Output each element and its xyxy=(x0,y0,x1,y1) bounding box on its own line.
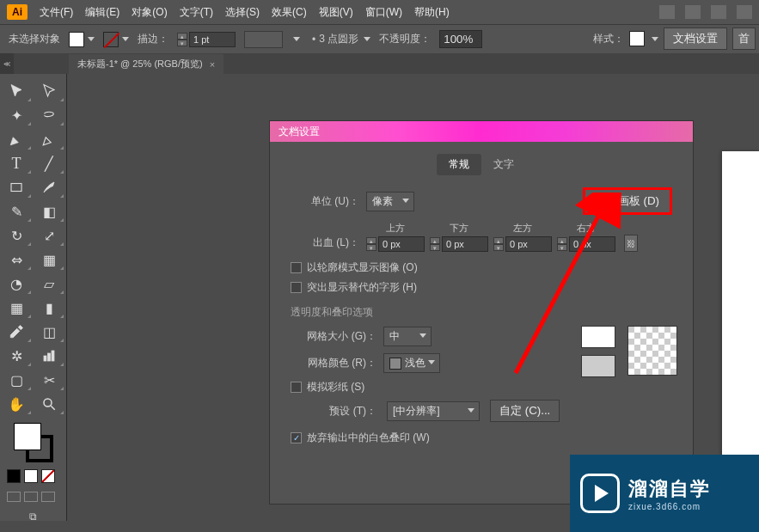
menu-effect[interactable]: 效果(C) xyxy=(272,5,307,20)
grid-size-select[interactable]: 中 xyxy=(383,327,432,346)
menu-type[interactable]: 文字(T) xyxy=(180,5,213,20)
color-mode-icon[interactable] xyxy=(7,469,21,483)
shaper-tool[interactable]: ✎ xyxy=(0,199,33,223)
paintbrush-tool[interactable] xyxy=(33,175,65,199)
link-bleed-icon[interactable]: ⛓ xyxy=(624,235,638,252)
bleed-bottom-label: 下方 xyxy=(450,222,468,235)
opacity-input[interactable] xyxy=(439,30,482,48)
bleed-left-label: 左方 xyxy=(513,222,532,235)
stroke-weight-input[interactable]: ▴▾ xyxy=(177,32,236,47)
screen-mode-icon[interactable]: ⧉ xyxy=(0,511,66,523)
bleed-right-label: 右方 xyxy=(577,222,596,235)
pen-tool[interactable] xyxy=(0,127,33,151)
direct-selection-tool[interactable] xyxy=(33,79,65,103)
perspective-tool[interactable]: ▱ xyxy=(33,272,65,296)
type-tool[interactable]: T xyxy=(0,151,33,175)
stock-icon[interactable] xyxy=(685,5,701,19)
fill-swatch[interactable] xyxy=(69,32,84,47)
unit-label: 单位 (U)： xyxy=(291,194,359,209)
document-setup-button[interactable]: 文档设置 xyxy=(664,28,727,50)
arrange-icon[interactable] xyxy=(711,5,726,19)
unit-select[interactable]: 像素 xyxy=(366,192,414,211)
menu-object[interactable]: 对象(O) xyxy=(132,5,167,20)
scale-tool[interactable]: ⤢ xyxy=(33,223,65,248)
simulate-paper-checkbox[interactable] xyxy=(291,382,302,393)
tab-general[interactable]: 常规 xyxy=(437,154,481,175)
highlight-glyphs-checkbox[interactable] xyxy=(291,282,302,293)
bleed-top-label: 上方 xyxy=(386,222,405,235)
bleed-bottom-input[interactable]: ▴▾ xyxy=(430,236,488,252)
artboard-tool[interactable]: ▢ xyxy=(0,368,33,392)
blend-tool[interactable]: ◫ xyxy=(33,320,65,344)
document-setup-dialog: 文档设置 常规 文字 单位 (U)： 像素 编辑画板 (D) 出血 (L)： 上… xyxy=(269,120,694,504)
watermark: 溜溜自学 zixue.3d66.com xyxy=(570,455,759,532)
edit-artboard-button[interactable]: 编辑画板 (D) xyxy=(583,187,672,215)
transparency-preview xyxy=(627,326,677,376)
menu-window[interactable]: 窗口(W) xyxy=(365,5,402,20)
workspace-icon[interactable] xyxy=(659,5,675,19)
stroke-swatch[interactable] xyxy=(103,32,119,47)
line-tool[interactable]: ╱ xyxy=(33,151,65,175)
selection-tool[interactable] xyxy=(0,79,33,103)
custom-preset-button[interactable]: 自定 (C)... xyxy=(490,400,560,422)
panel-collapse-icon[interactable]: ≪ xyxy=(0,53,14,74)
grid-color-select[interactable]: 浅色 xyxy=(383,353,440,373)
play-icon xyxy=(580,474,620,513)
style-swatch[interactable] xyxy=(629,31,645,46)
bleed-left-input[interactable]: ▴▾ xyxy=(493,236,552,252)
style-label: 样式： xyxy=(593,32,624,46)
transparency-section-title: 透明度和叠印选项 xyxy=(291,305,672,320)
close-tab-icon[interactable]: × xyxy=(210,59,215,70)
mesh-tool[interactable]: ▦ xyxy=(0,296,33,320)
hand-tool[interactable]: ✋ xyxy=(0,392,33,416)
menu-edit[interactable]: 编辑(E) xyxy=(85,5,119,20)
grid-preview-light xyxy=(581,326,615,348)
variable-width-profile[interactable] xyxy=(244,31,283,48)
draw-normal-icon[interactable] xyxy=(7,492,21,502)
free-transform-tool[interactable]: ▦ xyxy=(33,248,65,272)
watermark-title: 溜溜自学 xyxy=(628,476,711,502)
document-tab[interactable]: 未标题-1* @ 25% (RGB/预览) × xyxy=(69,54,223,74)
preset-select[interactable]: [中分辨率] xyxy=(387,401,480,421)
opacity-label: 不透明度： xyxy=(379,32,431,46)
slice-tool[interactable]: ✂ xyxy=(33,368,65,392)
zoom-tool[interactable] xyxy=(33,392,65,416)
menu-file[interactable]: 文件(F) xyxy=(40,5,73,20)
discard-white-checkbox[interactable]: ✓ xyxy=(291,432,302,443)
menu-help[interactable]: 帮助(H) xyxy=(414,5,450,20)
column-graph-tool[interactable] xyxy=(33,344,65,368)
gradient-mode-icon[interactable] xyxy=(24,469,38,483)
magic-wand-tool[interactable]: ✦ xyxy=(0,103,33,127)
bleed-top-input[interactable]: ▴▾ xyxy=(366,236,425,252)
document-tabs: 未标题-1* @ 25% (RGB/预览) × xyxy=(0,53,759,74)
brush-def-label[interactable]: 3 点圆形 xyxy=(319,32,358,46)
svg-rect-3 xyxy=(52,351,54,361)
draw-inside-icon[interactable] xyxy=(41,492,55,502)
lasso-tool[interactable] xyxy=(33,103,65,127)
eyedropper-tool[interactable] xyxy=(0,320,33,344)
none-mode-icon[interactable] xyxy=(41,469,55,483)
shape-builder-tool[interactable]: ◔ xyxy=(0,272,33,296)
preferences-button[interactable]: 首 xyxy=(732,28,756,50)
symbol-sprayer-tool[interactable]: ✲ xyxy=(0,344,33,368)
rectangle-tool[interactable] xyxy=(0,175,33,199)
curvature-tool[interactable] xyxy=(33,127,65,151)
draw-behind-icon[interactable] xyxy=(24,492,38,502)
svg-line-5 xyxy=(51,406,55,410)
simulate-paper-label: 模拟彩纸 (S) xyxy=(307,380,364,394)
svg-rect-0 xyxy=(11,184,21,192)
toolbox: ✦ T╱ ✎◧ ↻⤢ ⇔▦ ◔▱ ▦▮ ◫ ✲ ▢✂ ✋ ⧉ xyxy=(0,74,67,521)
menu-select[interactable]: 选择(S) xyxy=(225,5,260,20)
gradient-tool[interactable]: ▮ xyxy=(33,296,65,320)
outline-mode-checkbox[interactable] xyxy=(291,262,302,273)
rotate-tool[interactable]: ↻ xyxy=(0,223,33,248)
stroke-label: 描边： xyxy=(138,32,168,46)
document-tab-title: 未标题-1* @ 25% (RGB/预览) xyxy=(77,58,203,70)
sync-icon[interactable] xyxy=(737,5,752,19)
tab-type[interactable]: 文字 xyxy=(481,154,526,175)
bleed-right-input[interactable]: ▴▾ xyxy=(557,236,615,252)
menu-view[interactable]: 视图(V) xyxy=(319,5,353,20)
fill-stroke-indicator[interactable] xyxy=(12,421,55,464)
width-tool[interactable]: ⇔ xyxy=(0,248,33,272)
eraser-tool[interactable]: ◧ xyxy=(33,199,65,223)
